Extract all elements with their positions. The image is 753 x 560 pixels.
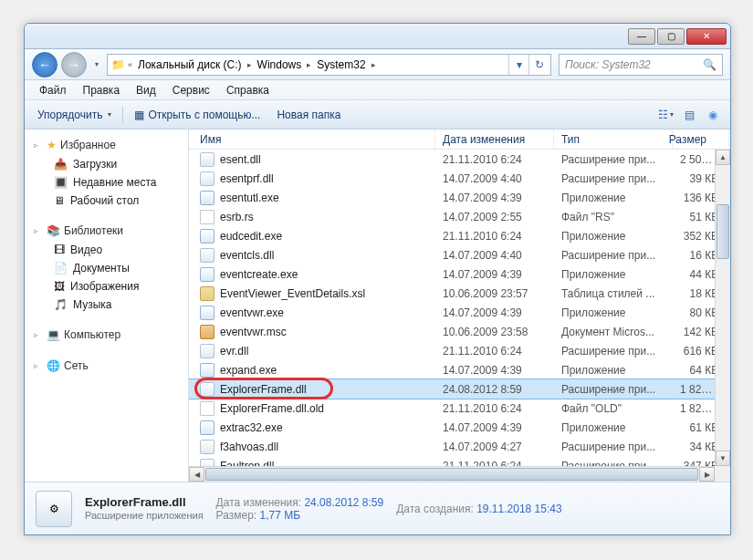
scroll-down-button[interactable]: ▼: [716, 451, 730, 466]
nav-recent[interactable]: 🔳Недавние места: [28, 173, 184, 192]
file-type: Файл "OLD": [554, 402, 673, 415]
nav-computer[interactable]: ▹💻Компьютер: [28, 325, 184, 345]
main-area: ▹★Избранное 📥Загрузки 🔳Недавние места 🖥Р…: [25, 130, 730, 482]
menu-tools[interactable]: Сервис: [165, 82, 217, 99]
file-type: Расширение при...: [554, 441, 673, 453]
open-with-button[interactable]: ▦Открыть с помощью...: [129, 106, 266, 124]
menu-bar: Файл Правка Вид Сервис Справка: [25, 80, 730, 100]
file-type: Таблица стилей ...: [554, 287, 673, 300]
file-row[interactable]: eudcedit.exe21.11.2010 6:24Приложение352…: [189, 226, 730, 245]
scrollbar-vertical[interactable]: ▲ ▼: [715, 150, 730, 466]
details-pane: ⚙ ExplorerFrame.dll Расширение приложени…: [25, 482, 730, 534]
file-row[interactable]: extrac32.exe14.07.2009 4:39Приложение61 …: [189, 418, 730, 437]
breadcrumb-0[interactable]: Локальный диск (C:): [134, 55, 246, 75]
file-row[interactable]: eventcreate.exe14.07.2009 4:39Приложение…: [189, 264, 730, 284]
file-icon: [200, 440, 214, 454]
star-icon: ★: [47, 139, 57, 151]
file-row[interactable]: evr.dll21.11.2010 6:24Расширение при...6…: [189, 341, 730, 360]
scrollbar-horizontal[interactable]: ◀ ▶: [189, 466, 715, 482]
file-type: Приложение: [554, 421, 673, 434]
details-filetype: Расширение приложения: [85, 510, 204, 521]
close-button[interactable]: ✕: [686, 28, 727, 45]
nav-video[interactable]: 🎞Видео: [28, 241, 184, 259]
breadcrumb-1[interactable]: Windows: [254, 55, 306, 75]
address-bar[interactable]: 📁 « Локальный диск (C:) ▸ Windows ▸ Syst…: [107, 54, 551, 76]
details-created: 19.11.2018 15:43: [476, 503, 561, 515]
file-list[interactable]: esent.dll21.11.2010 6:24Расширение при..…: [189, 150, 730, 482]
scroll-up-button[interactable]: ▲: [716, 150, 730, 165]
maximize-button[interactable]: ▢: [657, 28, 685, 45]
file-name: ExplorerFrame.dll.old: [220, 402, 324, 415]
file-type: Приложение: [554, 230, 673, 243]
back-button[interactable]: ←: [32, 52, 58, 78]
file-name: eventcls.dll: [220, 249, 274, 262]
file-date: 10.06.2009 23:57: [435, 287, 554, 300]
pictures-icon: 🖼: [54, 280, 65, 293]
search-icon[interactable]: 🔍: [703, 58, 716, 71]
file-date: 21.11.2010 6:24: [435, 230, 554, 243]
documents-icon: 📄: [54, 262, 68, 275]
file-row[interactable]: ExplorerFrame.dll24.08.2012 8:59Расширен…: [189, 379, 730, 399]
menu-view[interactable]: Вид: [129, 82, 163, 99]
file-name: esent.dll: [220, 153, 261, 166]
music-icon: 🎵: [54, 298, 68, 311]
nav-network[interactable]: ▹🌐Сеть: [28, 356, 184, 376]
file-icon: [200, 191, 214, 205]
menu-help[interactable]: Справка: [219, 82, 277, 99]
file-type: Приложение: [554, 306, 673, 319]
nav-history-dropdown[interactable]: ▾: [90, 57, 103, 73]
nav-favorites[interactable]: ▹★Избранное: [28, 135, 184, 155]
nav-downloads[interactable]: 📥Загрузки: [28, 155, 184, 173]
file-icon: [200, 248, 214, 263]
scroll-thumb-h[interactable]: [205, 468, 698, 481]
downloads-icon: 📥: [54, 158, 68, 171]
refresh-icon[interactable]: ↻: [528, 55, 549, 75]
new-folder-button[interactable]: Новая папка: [271, 106, 346, 124]
file-type: Расширение при...: [554, 153, 673, 166]
file-row[interactable]: eventvwr.exe14.07.2009 4:39Приложение80 …: [189, 303, 730, 322]
file-row[interactable]: expand.exe14.07.2009 4:39Приложение64 КБ: [189, 360, 730, 379]
file-icon: [200, 363, 214, 378]
desktop-icon: 🖥: [54, 194, 65, 207]
navigation-pane: ▹★Избранное 📥Загрузки 🔳Недавние места 🖥Р…: [25, 130, 189, 482]
file-row[interactable]: esent.dll21.11.2010 6:24Расширение при..…: [189, 150, 730, 169]
file-row[interactable]: eventvwr.msc10.06.2009 23:58Документ Mic…: [189, 322, 730, 341]
col-type[interactable]: Тип: [554, 130, 673, 149]
nav-pictures[interactable]: 🖼Изображения: [28, 277, 184, 296]
file-name: ExplorerFrame.dll: [220, 383, 307, 396]
forward-button[interactable]: →: [61, 52, 87, 78]
menu-file[interactable]: Файл: [32, 82, 74, 99]
scroll-left-button[interactable]: ◀: [189, 467, 204, 482]
nav-libraries[interactable]: ▹📚Библиотеки: [28, 221, 184, 241]
file-row[interactable]: ExplorerFrame.dll.old21.11.2010 6:24Файл…: [189, 399, 730, 418]
nav-desktop[interactable]: 🖥Рабочий стол: [28, 192, 184, 210]
nav-music[interactable]: 🎵Музыка: [28, 296, 184, 314]
menu-edit[interactable]: Правка: [76, 82, 128, 99]
view-options-button[interactable]: ☷▾: [655, 105, 675, 125]
scroll-thumb-v[interactable]: [716, 204, 729, 259]
file-row[interactable]: esentprf.dll14.07.2009 4:40Расширение пр…: [189, 169, 730, 188]
computer-icon: 💻: [47, 328, 60, 341]
file-type: Расширение при...: [554, 345, 673, 358]
scroll-right-button[interactable]: ▶: [699, 467, 715, 482]
nav-documents[interactable]: 📄Документы: [28, 259, 184, 277]
col-name[interactable]: Имя: [189, 130, 435, 149]
file-row[interactable]: EventViewer_EventDetails.xsl10.06.2009 2…: [189, 284, 730, 303]
col-date[interactable]: Дата изменения: [435, 130, 554, 149]
col-size[interactable]: Размер: [673, 130, 729, 149]
organize-button[interactable]: Упорядочить▾: [32, 106, 117, 124]
minimize-button[interactable]: —: [628, 28, 655, 45]
file-row[interactable]: esrb.rs14.07.2009 2:55Файл "RS"51 КБ: [189, 207, 730, 226]
breadcrumb-root-sep[interactable]: «: [126, 60, 134, 69]
file-row[interactable]: f3ahvoas.dll14.07.2009 4:27Расширение пр…: [189, 437, 730, 456]
recent-icon: 🔳: [54, 176, 68, 189]
preview-pane-button[interactable]: ▤: [679, 105, 699, 125]
file-row[interactable]: esentutl.exe14.07.2009 4:39Приложение136…: [189, 188, 730, 207]
help-button[interactable]: ◉: [703, 105, 723, 125]
search-input[interactable]: Поиск: System32 🔍: [559, 54, 723, 76]
addr-dropdown-icon[interactable]: ▾: [508, 55, 528, 75]
file-icon: [200, 152, 214, 167]
file-name: expand.exe: [220, 364, 277, 377]
file-row[interactable]: eventcls.dll14.07.2009 4:40Расширение пр…: [189, 245, 730, 264]
breadcrumb-2[interactable]: System32: [313, 55, 369, 75]
